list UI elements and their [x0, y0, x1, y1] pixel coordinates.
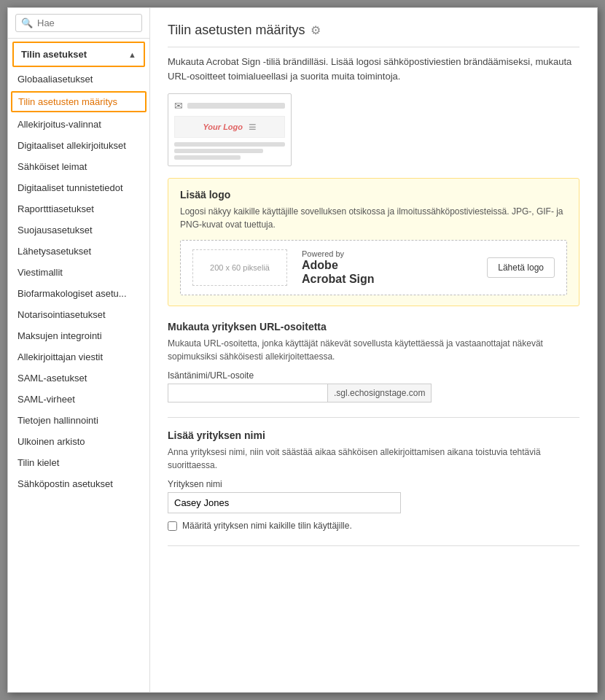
logo-placeholder-box: 200 x 60 pikseliä	[192, 249, 287, 286]
checkbox-row: Määritä yrityksen nimi kaikille tilin kä…	[168, 521, 579, 531]
sidebar-items-list: Globaaliasetukset Tilin asetusten määrit…	[8, 69, 149, 494]
email-preview: ✉ Your Logo ≡	[168, 93, 292, 166]
checkbox-label: Määritä yrityksen nimi kaikille tilin kä…	[182, 521, 352, 531]
powered-by-line2: Adobe Acrobat Sign	[302, 258, 375, 286]
sidebar-item-maksujen-integrointi[interactable]: Maksujen integrointi	[8, 325, 149, 346]
sidebar-item-viestimallit[interactable]: Viestimallit	[8, 262, 149, 283]
search-icon: 🔍	[21, 18, 33, 28]
sidebar-item-globaaliasetukset[interactable]: Globaaliasetukset	[8, 69, 149, 90]
company-section-description: Anna yrityksesi nimi, niin voit säästää …	[168, 446, 579, 472]
url-suffix: .sgl.echosignstage.com	[328, 384, 432, 402]
search-input[interactable]	[37, 18, 136, 28]
sidebar-item-sahkoiset-leimat[interactable]: Sähköiset leimat	[8, 156, 149, 177]
sidebar-section-tilin-asetukset[interactable]: Tilin asetukset ▲	[12, 42, 145, 67]
your-logo-text: Your Logo	[203, 122, 243, 131]
sidebar-item-tilin-asetusten-maaritys[interactable]: Tilin asetusten määritys	[11, 91, 147, 112]
email-text-line-2	[174, 149, 263, 153]
url-section: Mukauta yrityksen URL-osoitetta Mukauta …	[168, 321, 579, 402]
page-description: Mukauta Acrobat Sign -tiliä brändilläsi.…	[168, 55, 579, 83]
sidebar-item-sahkopostin-asetukset[interactable]: Sähköpostin asetukset	[8, 473, 149, 494]
chevron-up-icon: ▲	[128, 50, 136, 59]
search-box: 🔍	[8, 8, 149, 39]
company-section-title: Lisää yrityksen nimi	[168, 429, 579, 441]
sidebar-item-digitaaliset-tunnistetiedot[interactable]: Digitaaliset tunnistetiedot	[8, 177, 149, 198]
logo-section: Lisää logo Logosi näkyy kaikille käyttäj…	[168, 178, 579, 306]
sidebar-item-allekirjoitus-valinnat[interactable]: Allekirjoitus-valinnat	[8, 114, 149, 135]
page-title-row: Tilin asetusten määritys ⚙	[168, 23, 579, 47]
logo-placeholder-text: 200 x 60 pikseliä	[210, 263, 270, 272]
divider-2	[168, 545, 579, 546]
sidebar-item-notarisointiasetukset[interactable]: Notarisointiasetukset	[8, 304, 149, 325]
url-section-title: Mukauta yrityksen URL-osoitetta	[168, 321, 579, 332]
divider-1	[168, 417, 579, 418]
sidebar-item-allekirjoittajan-viestit[interactable]: Allekirjoittajan viestit	[8, 346, 149, 368]
app-container: 🔍 Tilin asetukset ▲ Globaaliasetukset Ti…	[8, 8, 597, 692]
logo-section-description: Logosi näkyy kaikille käyttäjille sovell…	[180, 205, 567, 231]
sidebar-item-suojausasetukset[interactable]: Suojausasetukset	[8, 219, 149, 241]
gear-icon: ⚙	[311, 23, 321, 37]
company-section: Lisää yrityksen nimi Anna yrityksesi nim…	[168, 429, 579, 531]
sidebar-item-ulkoinen-arkisto[interactable]: Ulkoinen arkisto	[8, 431, 149, 452]
url-section-description: Mukauta URL-osoitetta, jonka käyttäjät n…	[168, 337, 579, 363]
sidebar-section-label: Tilin asetukset	[21, 49, 87, 60]
app-window: 🔍 Tilin asetukset ▲ Globaaliasetukset Ti…	[7, 7, 598, 693]
sidebar-item-lahetysasetukset[interactable]: Lähetysasetukset	[8, 241, 149, 262]
sidebar-item-saml-asetukset[interactable]: SAML-asetukset	[8, 368, 149, 389]
email-header-line	[187, 103, 285, 109]
logo-upload-area: 200 x 60 pikseliä Powered by Adobe Acrob…	[180, 240, 567, 295]
sidebar-item-raportttiasetukset[interactable]: Raportttiasetukset	[8, 198, 149, 219]
email-text-lines	[174, 142, 285, 160]
url-input[interactable]	[168, 384, 328, 402]
email-logo-area: Your Logo ≡	[174, 116, 285, 138]
sidebar-section-header[interactable]: Tilin asetukset ▲	[14, 43, 144, 66]
sidebar-item-tietojen-hallinnointi[interactable]: Tietojen hallinnointi	[8, 410, 149, 431]
main-content: Tilin asetusten määritys ⚙ Mukauta Acrob…	[150, 8, 597, 692]
sidebar-item-saml-virheet[interactable]: SAML-virheet	[8, 389, 149, 410]
logo-lines-icon: ≡	[249, 120, 257, 135]
page-title: Tilin asetusten määritys	[168, 23, 305, 38]
sidebar-item-digitaaliset-allekirjoitukset[interactable]: Digitaaliset allekirjoitukset	[8, 135, 149, 156]
company-field-label: Yrityksen nimi	[168, 479, 579, 489]
email-text-line-3	[174, 155, 241, 160]
url-input-row: .sgl.echosignstage.com	[168, 384, 579, 402]
search-input-wrap[interactable]: 🔍	[15, 14, 142, 32]
email-text-line-1	[174, 142, 285, 147]
sidebar: 🔍 Tilin asetukset ▲ Globaaliasetukset Ti…	[8, 8, 150, 692]
powered-by-area: Powered by Adobe Acrobat Sign	[302, 249, 375, 286]
powered-by-line1: Powered by	[302, 249, 344, 258]
sidebar-item-biofarmakologiset[interactable]: Biofarmakologiset asetu...	[8, 283, 149, 304]
email-icon: ✉	[174, 100, 183, 112]
assign-company-name-checkbox[interactable]	[168, 521, 177, 531]
email-preview-header: ✉	[174, 100, 285, 112]
company-name-input[interactable]	[168, 492, 401, 513]
sidebar-item-tilin-kielet[interactable]: Tilin kielet	[8, 452, 149, 473]
logo-section-title: Lisää logo	[180, 189, 567, 201]
url-field-label: Isäntänimi/URL-osoite	[168, 370, 579, 381]
send-logo-button[interactable]: Lähetä logo	[487, 257, 555, 278]
